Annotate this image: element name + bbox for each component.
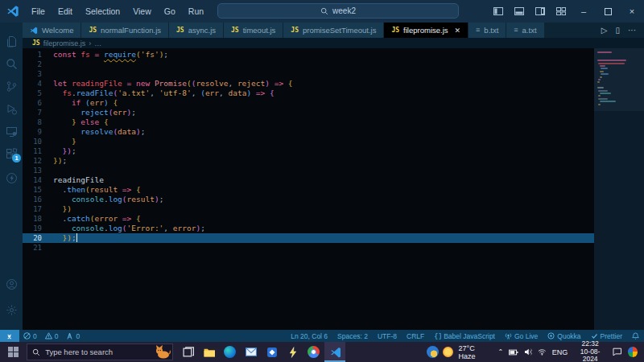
code-text: reject(err); <box>53 108 136 117</box>
status-utf-8[interactable]: UTF-8 <box>373 332 402 340</box>
close-button[interactable]: × <box>620 0 644 23</box>
code-line[interactable]: 10 } <box>23 137 594 146</box>
status-go-live[interactable]: Go Live <box>500 332 543 340</box>
tab-timeout-js[interactable]: JStimeout.js <box>224 23 283 38</box>
toggle-panel-icon[interactable] <box>509 0 530 23</box>
taskbar-apps <box>178 342 345 362</box>
windows-start-icon[interactable] <box>0 342 27 362</box>
tab-a-txt[interactable]: ≡a.txt <box>506 23 544 38</box>
status-bell-icon[interactable] <box>627 332 644 339</box>
tab-normalfunction-js[interactable]: JSnormalFunction.js <box>81 23 169 38</box>
code-line[interactable]: 19 console.log('Error:', error); <box>23 224 594 233</box>
thunder-client-icon[interactable] <box>0 167 23 188</box>
code-editor[interactable]: 1const fs = require('fs');234let reading… <box>23 48 594 330</box>
round-app-icon[interactable] <box>423 342 443 362</box>
status-babel-javascript[interactable]: {}Babel JavaScript <box>429 332 500 340</box>
blue-app-icon[interactable] <box>262 342 283 362</box>
chevron-up-icon[interactable]: ⌃ <box>497 348 503 356</box>
code-line[interactable]: 15 .then(result => { <box>23 185 594 195</box>
tab-label: timeout.js <box>243 26 276 35</box>
code-line[interactable]: 2 <box>23 60 594 69</box>
code-line[interactable]: 6 if (err) { <box>23 98 594 108</box>
code-line[interactable]: 5 fs.readFile('a.txt', 'utf-8', (err, da… <box>23 88 594 98</box>
code-line[interactable]: 11 }); <box>23 146 594 156</box>
split-editor-icon[interactable]: ▯ <box>615 26 620 35</box>
code-line[interactable]: 21 <box>23 243 594 253</box>
remote-explorer-icon[interactable] <box>0 121 23 142</box>
menu-item-run[interactable]: Run <box>183 4 209 19</box>
weather-temp[interactable]: 27°C Haze <box>459 344 493 360</box>
status-ln-20-col-6[interactable]: Ln 20, Col 6 <box>286 332 332 340</box>
tab-b-txt[interactable]: ≡b.txt <box>469 23 506 38</box>
code-line[interactable]: 14readingFile <box>23 175 594 185</box>
lightning-icon[interactable] <box>283 342 303 362</box>
tab-welcome[interactable]: Welcome <box>23 23 81 38</box>
tab-close-icon[interactable]: ✕ <box>455 27 461 35</box>
language-indicator[interactable]: ENG <box>552 348 568 356</box>
status-prettier[interactable]: Prettier <box>586 332 627 340</box>
code-line[interactable]: 7 reject(err); <box>23 108 594 117</box>
settings-gear-icon[interactable] <box>0 299 23 320</box>
tab-promisesettimeout-js[interactable]: JSpromiseSetTimeout.js <box>283 23 384 38</box>
warnings-status[interactable]: 0 <box>41 332 63 340</box>
file-explorer-icon[interactable] <box>199 342 220 362</box>
code-text: }); <box>53 233 77 243</box>
play-icon[interactable]: ▷ <box>601 26 608 35</box>
network-icon[interactable] <box>538 348 547 356</box>
command-center-search[interactable]: week2 <box>217 3 459 19</box>
tab-filepromise-js[interactable]: JSfilepromise.js✕ <box>384 23 469 38</box>
customize-layout-icon[interactable] <box>551 0 572 23</box>
vscode-icon[interactable] <box>324 342 345 362</box>
taskbar-clock[interactable]: 22:32 10-08-2024 <box>573 340 607 362</box>
status-quokka[interactable]: Quokka <box>543 332 585 340</box>
run-debug-icon[interactable] <box>0 98 23 119</box>
tab-async-js[interactable]: JSasync.js <box>169 23 224 38</box>
source-control-icon[interactable] <box>0 76 23 97</box>
code-line[interactable]: 9 resolve(data); <box>23 127 594 137</box>
speaker-icon[interactable] <box>524 348 533 356</box>
code-line[interactable]: 13 <box>23 166 594 175</box>
ellipsis-icon[interactable]: ··· <box>628 26 636 35</box>
menu-item-selection[interactable]: Selection <box>80 4 126 19</box>
code-line[interactable]: 8 } else { <box>23 117 594 127</box>
breadcrumb[interactable]: JS filepromise.js › … <box>23 38 644 48</box>
remote-indicator-icon[interactable] <box>0 330 19 342</box>
line-number: 21 <box>23 243 53 253</box>
mail-icon[interactable] <box>241 342 262 362</box>
battery-icon[interactable] <box>509 349 518 356</box>
chrome-icon[interactable] <box>303 342 324 362</box>
code-line[interactable]: 16 console.log(result); <box>23 195 594 204</box>
code-line[interactable]: 17 }) <box>23 204 594 214</box>
code-line[interactable]: 12}); <box>23 156 594 166</box>
minimize-button[interactable]: – <box>572 0 596 23</box>
code-line[interactable]: 4let readingFile = new Promise((resolve,… <box>23 79 594 88</box>
menu-item-file[interactable]: File <box>26 4 51 19</box>
files-icon[interactable] <box>0 31 23 51</box>
pinwheel-icon[interactable] <box>628 347 638 357</box>
tab-label: filepromise.js <box>403 26 448 35</box>
taskbar-search-input[interactable]: Type here to search <box>27 343 173 360</box>
line-number: 14 <box>23 175 53 185</box>
ports-status[interactable]: 0 <box>62 332 84 340</box>
toggle-sidebar-icon[interactable] <box>488 0 509 23</box>
minimap-line <box>600 93 611 94</box>
action-center-icon[interactable] <box>613 348 622 356</box>
task-view-icon[interactable] <box>178 342 199 362</box>
account-icon[interactable] <box>0 274 23 294</box>
toggle-secondary-sidebar-icon[interactable] <box>530 0 551 23</box>
maximize-button[interactable] <box>596 0 620 23</box>
search-icon[interactable] <box>0 53 23 74</box>
status-crlf[interactable]: CRLF <box>402 332 429 340</box>
status-spaces-2[interactable]: Spaces: 2 <box>332 332 373 340</box>
code-line[interactable]: 1const fs = require('fs'); <box>23 50 594 60</box>
code-line[interactable]: 20 }); <box>23 233 594 243</box>
minimap[interactable] <box>594 48 644 330</box>
menu-item-edit[interactable]: Edit <box>52 4 78 19</box>
menu-item-view[interactable]: View <box>127 4 157 19</box>
code-line[interactable]: 3 <box>23 69 594 79</box>
code-line[interactable]: 18 .catch(error => { <box>23 214 594 224</box>
menu-item-go[interactable]: Go <box>159 4 181 19</box>
extensions-icon[interactable]: 1 <box>0 143 23 164</box>
errors-status[interactable]: 0 <box>19 332 41 340</box>
edge-icon[interactable] <box>220 342 241 362</box>
